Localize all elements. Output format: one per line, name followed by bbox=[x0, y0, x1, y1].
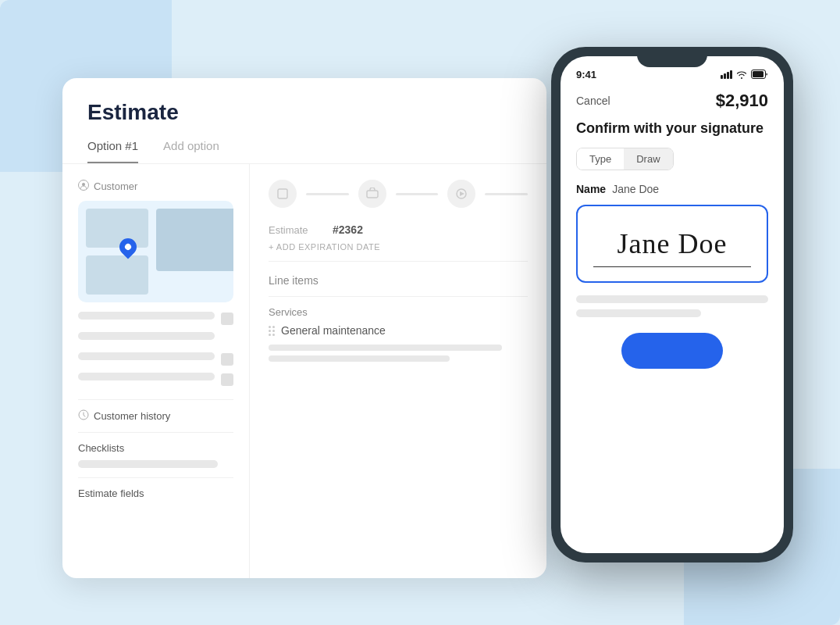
wifi-icon bbox=[735, 70, 748, 79]
desktop-card: Estimate Option #1 Add option Customer bbox=[62, 78, 546, 578]
status-time: 9:41 bbox=[576, 69, 596, 80]
map-block-1 bbox=[86, 209, 148, 248]
customer-icon bbox=[78, 180, 89, 193]
confirm-title: Confirm with your signature bbox=[576, 120, 768, 137]
signature-type-tabs: Type Draw bbox=[576, 148, 674, 170]
phone-skeleton-2 bbox=[576, 309, 701, 317]
divider-1 bbox=[78, 399, 233, 400]
signature-underline bbox=[593, 266, 751, 267]
add-expiration[interactable]: + ADD EXPIRATION DATE bbox=[269, 242, 528, 252]
name-row: Name Jane Doe bbox=[576, 183, 768, 195]
divider-2 bbox=[78, 432, 233, 433]
svg-rect-3 bbox=[367, 191, 378, 198]
drag-dot bbox=[269, 330, 271, 332]
battery-icon bbox=[751, 70, 768, 79]
customer-label: Customer bbox=[78, 180, 233, 193]
tab-option-1[interactable]: Option #1 bbox=[87, 139, 138, 163]
phone-device: 9:41 bbox=[551, 47, 793, 562]
map-placeholder bbox=[78, 201, 233, 302]
drag-dot bbox=[269, 334, 271, 336]
step-2 bbox=[358, 180, 386, 208]
phone-screen: 9:41 bbox=[561, 56, 784, 553]
customer-avatar-icon bbox=[221, 312, 233, 325]
customer-phone-row bbox=[78, 352, 233, 366]
checklists-section: Checklists bbox=[78, 442, 233, 454]
checklists-skeleton bbox=[78, 460, 218, 468]
customer-name-row bbox=[78, 312, 233, 326]
svg-marker-5 bbox=[460, 191, 464, 196]
signature-box[interactable]: Jane Doe bbox=[576, 205, 768, 283]
estimate-row: Estimate #2362 bbox=[269, 223, 528, 236]
customer-section: Customer bbox=[78, 180, 233, 387]
customer-name-skeleton bbox=[78, 312, 215, 320]
svg-rect-7 bbox=[753, 71, 763, 77]
map-pin-dot bbox=[123, 242, 132, 251]
tab-add-option[interactable]: Add option bbox=[163, 139, 219, 163]
map-block-2 bbox=[156, 209, 233, 271]
customer-address-row bbox=[78, 332, 233, 346]
phone-top-bar: Cancel $2,910 bbox=[576, 84, 768, 120]
card-tabs: Option #1 Add option bbox=[87, 139, 521, 163]
service-name: General maintenance bbox=[281, 324, 386, 337]
card-body: Customer bbox=[62, 164, 546, 578]
right-panel: Estimate #2362 + ADD EXPIRATION DATE Lin… bbox=[250, 164, 546, 578]
right-skeleton-2 bbox=[269, 355, 450, 362]
map-pin bbox=[119, 238, 137, 262]
phone-content: Cancel $2,910 Confirm with your signatur… bbox=[561, 84, 784, 553]
cancel-button[interactable]: Cancel bbox=[576, 95, 610, 107]
card-header: Estimate Option #1 Add option bbox=[62, 78, 546, 164]
amount-display: $2,910 bbox=[716, 91, 768, 111]
progress-bar bbox=[269, 180, 528, 208]
status-icons bbox=[721, 70, 768, 79]
drag-dot bbox=[269, 326, 271, 328]
drag-handle bbox=[269, 326, 275, 336]
progress-line-1 bbox=[306, 193, 349, 195]
extra-icon bbox=[221, 373, 233, 386]
name-value: Jane Doe bbox=[612, 183, 659, 195]
drag-dot bbox=[272, 330, 275, 332]
map-block-3 bbox=[86, 255, 148, 295]
step-3 bbox=[447, 180, 475, 208]
step-1 bbox=[269, 180, 297, 208]
drag-dot bbox=[272, 326, 275, 328]
progress-line-2 bbox=[396, 193, 439, 195]
customer-extra-skeleton bbox=[78, 373, 215, 380]
progress-line-3 bbox=[485, 193, 528, 195]
services-label: Services bbox=[269, 306, 528, 318]
divider-right-1 bbox=[269, 261, 528, 262]
signal-icon bbox=[721, 70, 732, 79]
name-label: Name bbox=[576, 183, 606, 195]
estimate-fields-section: Estimate fields bbox=[78, 488, 233, 499]
history-icon bbox=[78, 409, 89, 423]
map-grid bbox=[78, 201, 233, 302]
left-panel: Customer bbox=[62, 164, 250, 578]
line-items-label: Line items bbox=[269, 274, 528, 287]
signature-display: Jane Doe bbox=[618, 227, 728, 260]
right-skeleton-1 bbox=[269, 345, 502, 351]
confirm-button[interactable] bbox=[621, 333, 723, 369]
draw-tab[interactable]: Draw bbox=[624, 148, 672, 170]
map-pin-circle bbox=[116, 234, 140, 259]
customer-address-skeleton bbox=[78, 332, 215, 340]
drag-dot bbox=[272, 334, 275, 336]
divider-right-2 bbox=[269, 296, 528, 297]
customer-extra-row bbox=[78, 373, 233, 387]
customer-phone-skeleton bbox=[78, 352, 215, 360]
service-row: General maintenance bbox=[269, 324, 528, 337]
phone-skeleton-1 bbox=[576, 295, 768, 303]
phone-icon bbox=[221, 353, 233, 366]
type-tab[interactable]: Type bbox=[577, 148, 624, 170]
divider-3 bbox=[78, 477, 233, 478]
svg-rect-2 bbox=[278, 189, 287, 198]
card-title: Estimate bbox=[87, 100, 521, 125]
customer-history-section: Customer history bbox=[78, 409, 233, 423]
phone-notch bbox=[637, 56, 707, 67]
